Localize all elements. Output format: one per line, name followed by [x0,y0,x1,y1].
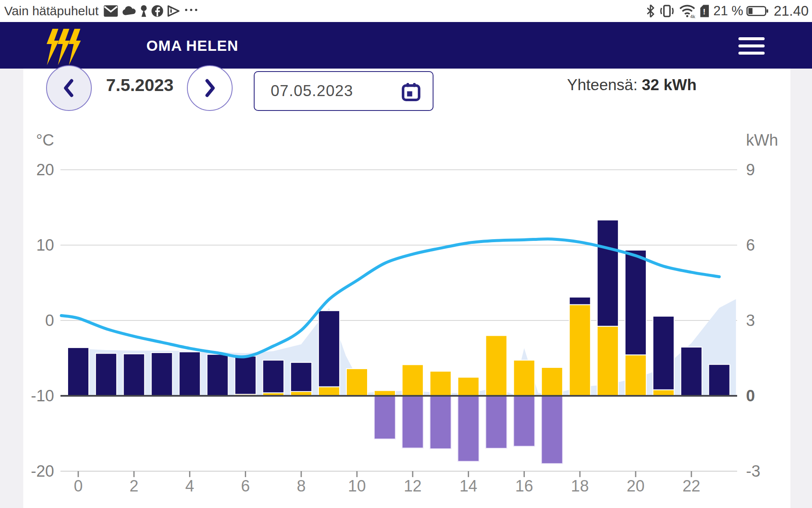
keyhole-icon [140,5,148,17]
axis-label: -10 [31,387,54,405]
axis-label: 12 [404,477,422,495]
bar-day-hour-16[interactable] [513,360,535,396]
bar-day-hour-12[interactable] [402,364,423,396]
axis-label: °C [36,131,54,149]
axis-label: 8 [297,477,306,495]
bar-day-hour-18[interactable] [569,305,590,396]
mail-icon [103,5,118,17]
bar-night-hour-19[interactable] [597,220,618,326]
bar-night-hour-23[interactable] [709,364,730,396]
axis-label: 10 [348,477,366,495]
axis-label: 6 [241,477,250,495]
axis-label: 0 [74,477,82,495]
bar-negative-hour-16[interactable] [513,396,535,446]
axis-label: 3 [746,312,755,329]
axis-label: 0 [746,387,755,405]
bar-day-hour-13[interactable] [430,371,451,396]
total-consumption: Yhteensä:32 kWh [567,76,697,94]
more-dots-icon [184,5,198,17]
svg-text:4k: 4k [690,14,695,18]
bar-day-hour-15[interactable] [486,336,507,396]
bluetooth-icon [646,4,655,18]
axis-label: kWh [746,131,778,149]
axis-label: -3 [746,462,760,480]
helen-logo-icon [46,29,88,67]
axis-label: 14 [459,477,477,495]
bar-day-hour-20[interactable] [625,355,646,396]
chevron-right-icon [203,79,217,97]
date-input[interactable] [271,72,389,110]
axis-label: 16 [515,477,533,495]
right-edge-gutter [790,69,812,508]
calendar-button[interactable] [401,82,421,102]
status-bar: Vain hätäpuhelut 4k ! [0,0,812,22]
axis-label: 22 [683,477,700,495]
svg-text:!: ! [703,7,705,16]
cast-play-icon [167,5,181,17]
bar-day-hour-19[interactable] [597,326,618,396]
bar-night-hour-8[interactable] [291,362,312,392]
bar-night-hour-20[interactable] [625,250,646,355]
wifi-icon: 4k [679,4,696,18]
bar-day-hour-21[interactable] [653,390,674,396]
facebook-icon [151,5,164,17]
axis-label: 2 [129,477,138,495]
axis-label: 4 [185,477,194,495]
app-title: OMA HELEN [146,37,239,54]
axis-label: 0 [45,312,54,329]
calendar-icon [401,82,421,102]
bar-negative-hour-13[interactable] [430,396,451,449]
app-navbar: OMA HELEN [0,22,812,69]
axis-label: 10 [36,236,54,254]
total-value: 32 kWh [642,76,697,94]
previous-day-button[interactable] [46,65,92,111]
battery-icon [746,6,768,17]
bar-night-hour-7[interactable] [263,360,284,393]
bar-night-hour-0[interactable] [68,348,89,396]
bar-day-hour-14[interactable] [458,377,479,396]
axis-label: 6 [746,236,755,254]
bar-negative-hour-15[interactable] [486,396,507,448]
left-edge-gutter [0,69,23,508]
bar-night-hour-21[interactable] [653,316,674,390]
bar-night-hour-18[interactable] [569,297,590,305]
bar-night-hour-5[interactable] [207,354,228,396]
date-picker-field [254,71,433,111]
cloud-icon [121,6,137,17]
bar-negative-hour-12[interactable] [402,396,423,448]
bar-night-hour-2[interactable] [123,354,145,396]
next-day-button[interactable] [187,65,233,111]
bar-night-hour-6[interactable] [235,356,256,394]
carrier-status-text: Vain hätäpuhelut [4,4,99,18]
bar-night-hour-9[interactable] [318,311,340,387]
clock-text: 21.40 [774,3,809,19]
bar-night-hour-3[interactable] [151,353,173,396]
bar-negative-hour-14[interactable] [458,396,479,461]
axis-label: 20 [36,161,54,179]
bar-night-hour-1[interactable] [96,353,117,396]
bar-negative-hour-17[interactable] [541,396,562,464]
vibrate-icon [658,4,675,18]
chevron-left-icon [62,79,76,97]
bar-night-hour-4[interactable] [179,352,200,396]
axis-label: -20 [31,462,54,480]
battery-percent-text: 21 % [713,3,743,19]
bar-day-hour-17[interactable] [541,367,562,396]
current-date-label: 7.5.2023 [99,75,181,95]
bar-night-hour-22[interactable] [681,347,702,396]
axis-label: 9 [746,161,755,179]
bar-day-hour-9[interactable] [318,387,340,396]
temperature-line [61,239,719,357]
total-label: Yhteensä: [567,76,638,94]
sim-alert-icon: ! [699,4,710,18]
hamburger-menu-button[interactable] [738,32,769,59]
axis-label: 18 [571,477,589,495]
bar-day-hour-10[interactable] [346,369,368,396]
axis-label: 20 [627,477,645,495]
bar-negative-hour-11[interactable] [374,396,395,439]
